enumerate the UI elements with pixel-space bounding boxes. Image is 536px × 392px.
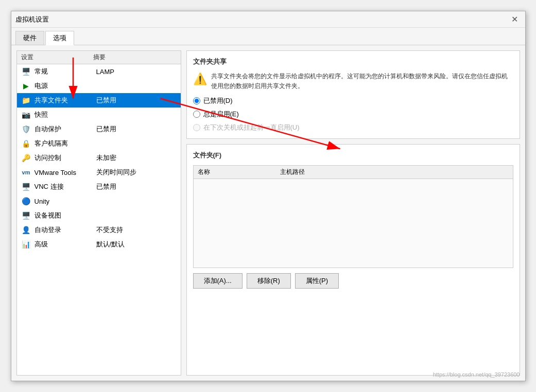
folder-section: 文件夹(F) 名称 主机路径 添加(A)... 移除(R) 属性(P)	[186, 144, 520, 376]
radio-until-shutdown-input	[193, 124, 200, 131]
item-value-vmwaretools: 关闭时间同步	[96, 168, 177, 177]
folder-table-header: 名称 主机路径	[194, 166, 513, 179]
radio-disabled-label: 已禁用(D)	[203, 96, 233, 105]
header-summary: 摘要	[93, 53, 177, 62]
folder-table-body	[194, 179, 513, 268]
dialog-title: 虚拟机设置	[15, 15, 49, 24]
tab-bar: 硬件 选项	[11, 28, 525, 45]
item-name-unity: Unity	[34, 198, 96, 205]
list-item-unity[interactable]: 🔵 Unity	[17, 194, 181, 208]
list-header: 设置 摘要	[17, 51, 181, 64]
list-item-advanced[interactable]: 📊 高级 默认/默认	[17, 237, 181, 252]
snapshot-icon: 📷	[21, 110, 31, 120]
watermark: https://blog.csdn.net/qq_39723600	[433, 371, 520, 378]
list-item-vnc[interactable]: 🖥️ VNC 连接 已禁用	[17, 180, 181, 194]
access-icon: 🔑	[21, 153, 31, 163]
radio-disabled[interactable]: 已禁用(D)	[193, 96, 513, 105]
title-bar: 虚拟机设置 ✕	[11, 11, 525, 28]
radio-always-enable-label: 总是启用(E)	[203, 110, 239, 119]
autologin-icon: 👤	[21, 225, 31, 235]
add-button[interactable]: 添加(A)...	[193, 273, 243, 289]
item-name-autoprotect: 自动保护	[34, 124, 96, 134]
item-value-access: 未加密	[96, 153, 177, 163]
item-value-autologin: 不受支持	[96, 225, 177, 235]
folder-table: 名称 主机路径	[193, 165, 513, 268]
shared-folder-icon: 📁	[21, 95, 31, 105]
list-item-shared-folder[interactable]: 📁 共享文件夹 已禁用	[17, 93, 181, 108]
properties-button[interactable]: 属性(P)	[295, 273, 339, 289]
item-name-shared-folder: 共享文件夹	[34, 96, 96, 105]
radio-until-shutdown[interactable]: 在下次关机或挂起前一直启用(U)	[193, 123, 513, 132]
item-name-snapshot: 快照	[34, 110, 96, 119]
header-settings: 设置	[21, 53, 93, 62]
item-name-power: 电源	[34, 81, 96, 91]
list-item-autologin[interactable]: 👤 自动登录 不受支持	[17, 223, 181, 237]
sharing-title: 文件夹共享	[193, 57, 513, 66]
item-value-shared-folder: 已禁用	[96, 96, 177, 105]
item-value-vnc: 已禁用	[96, 182, 177, 191]
item-name-access: 访问控制	[34, 153, 96, 163]
radio-disabled-input[interactable]	[193, 97, 200, 104]
radio-group: 已禁用(D) 总是启用(E) 在下次关机或挂起前一直启用(U)	[193, 96, 513, 132]
item-name-vmwaretools: VMware Tools	[34, 169, 96, 176]
list-item-isolation[interactable]: 🔒 客户机隔离	[17, 136, 181, 151]
folder-col-name: 名称	[198, 168, 280, 176]
item-name-autologin: 自动登录	[34, 225, 96, 235]
general-icon: 🖥️	[21, 66, 31, 77]
list-item-deviceview[interactable]: 🖥️ 设备视图	[17, 208, 181, 223]
item-value-general: LAMP	[96, 68, 177, 76]
folder-buttons: 添加(A)... 移除(R) 属性(P)	[193, 273, 513, 289]
warning-icon: ⚠️	[193, 73, 207, 91]
close-button[interactable]: ✕	[509, 13, 521, 26]
list-item-access[interactable]: 🔑 访问控制 未加密	[17, 151, 181, 165]
item-name-deviceview: 设备视图	[34, 211, 96, 220]
folder-col-path: 主机路径	[280, 168, 509, 176]
tab-options[interactable]: 选项	[45, 31, 74, 45]
unity-icon: 🔵	[21, 196, 31, 206]
tab-hardware[interactable]: 硬件	[15, 31, 44, 45]
item-name-vnc: VNC 连接	[34, 182, 96, 191]
list-item-snapshot[interactable]: 📷 快照	[17, 108, 181, 122]
list-item-vmwaretools[interactable]: vm VMware Tools 关闭时间同步	[17, 165, 181, 180]
item-value-advanced: 默认/默认	[96, 240, 177, 249]
vnc-icon: 🖥️	[21, 182, 31, 192]
warning-text: 共享文件夹会将您的文件显示给虚拟机中的程序。这可能为您的计算机和数据带来风险。请…	[211, 72, 513, 91]
remove-button[interactable]: 移除(R)	[247, 273, 291, 289]
autoprotect-icon: 🛡️	[21, 124, 31, 134]
sharing-section: 文件夹共享 ⚠️ 共享文件夹会将您的文件显示给虚拟机中的程序。这可能为您的计算机…	[186, 50, 520, 139]
radio-always-enable-input[interactable]	[193, 111, 200, 118]
item-name-isolation: 客户机隔离	[34, 139, 96, 148]
dialog: 虚拟机设置 ✕ 硬件 选项 设置 摘要 🖥️ 常规 LAMP ▶ 电源	[11, 11, 526, 381]
radio-until-shutdown-label: 在下次关机或挂起前一直启用(U)	[203, 123, 300, 132]
list-item-power[interactable]: ▶ 电源	[17, 79, 181, 93]
folder-title: 文件夹(F)	[193, 151, 513, 160]
item-value-autoprotect: 已禁用	[96, 124, 177, 134]
list-item-general[interactable]: 🖥️ 常规 LAMP	[17, 64, 181, 79]
deviceview-icon: 🖥️	[21, 210, 31, 221]
vmwaretools-icon: vm	[21, 167, 31, 177]
advanced-icon: 📊	[21, 239, 31, 250]
left-panel: 设置 摘要 🖥️ 常规 LAMP ▶ 电源 📁 共享文件夹 已禁用 📷	[16, 50, 181, 376]
isolation-icon: 🔒	[21, 138, 31, 149]
list-item-autoprotect[interactable]: 🛡️ 自动保护 已禁用	[17, 122, 181, 136]
power-icon: ▶	[21, 81, 31, 91]
warning-row: ⚠️ 共享文件夹会将您的文件显示给虚拟机中的程序。这可能为您的计算机和数据带来风…	[193, 72, 513, 91]
right-panel: 文件夹共享 ⚠️ 共享文件夹会将您的文件显示给虚拟机中的程序。这可能为您的计算机…	[186, 50, 520, 376]
item-name-advanced: 高级	[34, 240, 96, 249]
item-name-general: 常规	[34, 67, 96, 76]
radio-always-enable[interactable]: 总是启用(E)	[193, 110, 513, 119]
content-area: 设置 摘要 🖥️ 常规 LAMP ▶ 电源 📁 共享文件夹 已禁用 📷	[11, 45, 525, 381]
